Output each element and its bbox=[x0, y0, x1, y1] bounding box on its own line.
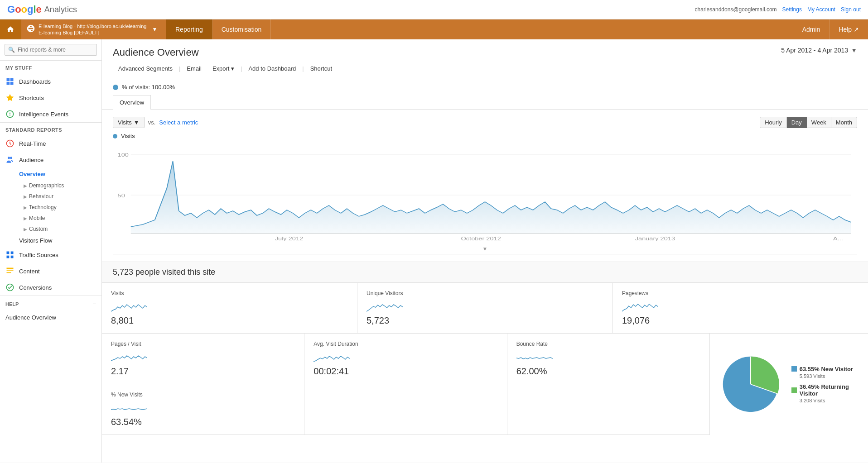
search-input[interactable] bbox=[5, 44, 97, 56]
sidebar-item-shortcuts[interactable]: Shortcuts bbox=[0, 90, 101, 106]
sidebar-sub-item-demographics[interactable]: ▶ Demographics bbox=[0, 180, 101, 191]
property-dropdown-arrow[interactable]: ▼ bbox=[152, 26, 157, 33]
stat-visits-label: Visits bbox=[111, 290, 348, 296]
week-button[interactable]: Week bbox=[807, 117, 831, 128]
content-icon bbox=[5, 267, 14, 276]
svg-point-10 bbox=[8, 157, 10, 159]
svg-rect-13 bbox=[7, 256, 10, 258]
svg-rect-4 bbox=[10, 82, 14, 85]
stat-placeholder1 bbox=[304, 384, 507, 435]
sidebar-item-conversions[interactable]: Conversions bbox=[0, 279, 101, 296]
advanced-segments-button[interactable]: Advanced Segments bbox=[113, 63, 178, 74]
svg-rect-3 bbox=[7, 82, 10, 85]
settings-link[interactable]: Settings bbox=[782, 6, 802, 13]
svg-rect-15 bbox=[11, 256, 14, 258]
shortcut-button[interactable]: Shortcut bbox=[305, 63, 338, 74]
help-tab[interactable]: Help ↗ bbox=[829, 19, 868, 39]
overview-tab[interactable]: Overview bbox=[113, 95, 151, 110]
sidebar-item-content[interactable]: Content bbox=[0, 263, 101, 279]
property-url: E-learning Blog - http://blog.lboro.ac.u… bbox=[39, 23, 146, 29]
new-visitor-dot bbox=[791, 366, 797, 372]
conversions-icon bbox=[5, 283, 14, 292]
sidebar-sub-item-mobile[interactable]: ▶ Mobile bbox=[0, 213, 101, 224]
sidebar-sub-item-overview[interactable]: Overview bbox=[0, 168, 101, 180]
avg-sparkline bbox=[313, 351, 350, 364]
export-button[interactable]: Export ▾ bbox=[207, 63, 240, 74]
chart-container: 100 50 July 2012 October 2012 January 20… bbox=[113, 143, 857, 254]
add-to-dashboard-button[interactable]: Add to Dashboard bbox=[243, 63, 301, 74]
property-text: E-learning Blog - http://blog.lboro.ac.u… bbox=[39, 23, 146, 36]
pie-chart bbox=[719, 348, 782, 420]
sidebar-item-realtime[interactable]: Real-Time bbox=[0, 135, 101, 152]
top-bar: Google Analytics charlesanddons@googlema… bbox=[0, 0, 868, 19]
help-collapse-btn[interactable]: − bbox=[92, 301, 96, 307]
sidebar: 🔍 MY STUFF Dashboards Shortcuts bbox=[0, 39, 102, 463]
sign-out-link[interactable]: Sign out bbox=[841, 6, 861, 13]
triangle-icon: ▶ bbox=[24, 194, 27, 199]
returning-visitor-visits: 3,208 Visits bbox=[800, 398, 859, 403]
date-range-arrow: ▼ bbox=[851, 47, 857, 54]
chart-area: Visits ▼ vs. Select a metric Hourly Day … bbox=[102, 110, 868, 262]
stats-col-left: Pages / Visit 2.17 Avg. Visit Duration bbox=[102, 334, 709, 435]
sidebar-item-traffic-sources[interactable]: Traffic Sources bbox=[0, 247, 101, 263]
nav-right-tabs: Admin Help ↗ bbox=[793, 19, 868, 39]
admin-tab[interactable]: Admin bbox=[793, 19, 829, 39]
month-button[interactable]: Month bbox=[831, 117, 857, 128]
traffic-icon bbox=[5, 250, 14, 259]
svg-text:October 2012: October 2012 bbox=[461, 236, 501, 242]
bounce-sparkline bbox=[516, 351, 553, 364]
svg-point-11 bbox=[10, 157, 12, 159]
home-button[interactable] bbox=[0, 19, 21, 39]
stat-avg-label: Avg. Visit Duration bbox=[313, 341, 497, 347]
day-button[interactable]: Day bbox=[787, 117, 807, 128]
svg-text:January 2013: January 2013 bbox=[635, 236, 675, 242]
sidebar-sub-item-technology[interactable]: ▶ Technology bbox=[0, 202, 101, 213]
stat-visits: Visits 8,801 bbox=[102, 283, 357, 334]
intelligence-icon bbox=[5, 110, 14, 119]
visits-dropdown-button[interactable]: Visits ▼ bbox=[113, 117, 145, 128]
triangle-icon: ▶ bbox=[24, 183, 27, 188]
pie-legend: 63.55% New Visitor 5,593 Visits 36.45% R… bbox=[791, 366, 859, 403]
stats-row-2: Pages / Visit 2.17 Avg. Visit Duration bbox=[102, 334, 868, 435]
svg-rect-17 bbox=[7, 270, 14, 271]
property-selector[interactable]: E-learning Blog - http://blog.lboro.ac.u… bbox=[21, 19, 166, 39]
sidebar-sub-item-behaviour[interactable]: ▶ Behaviour bbox=[0, 191, 101, 202]
email-button[interactable]: Email bbox=[181, 63, 207, 74]
nav-bar: E-learning Blog - http://blog.lboro.ac.u… bbox=[0, 19, 868, 39]
stat-pageviews-chart bbox=[622, 300, 859, 314]
stat-bounce-value: 62.00% bbox=[516, 366, 700, 377]
sidebar-sub-item-visitors-flow[interactable]: Visitors Flow bbox=[0, 234, 101, 247]
segment-text: % of visits: 100.00% bbox=[122, 84, 175, 91]
svg-marker-5 bbox=[6, 94, 14, 101]
pie-legend-new-visitor: 63.55% New Visitor 5,593 Visits bbox=[791, 366, 859, 379]
svg-rect-2 bbox=[10, 78, 14, 81]
customisation-tab[interactable]: Customisation bbox=[212, 19, 271, 39]
sidebar-sub-item-custom[interactable]: ▶ Custom bbox=[0, 224, 101, 234]
search-box: 🔍 bbox=[0, 39, 101, 61]
stats-grid-row2: Pages / Visit 2.17 Avg. Visit Duration bbox=[102, 334, 709, 384]
stat-pageviews: Pageviews 19,076 bbox=[613, 283, 868, 334]
sidebar-item-intelligence[interactable]: Intelligence Events bbox=[0, 106, 101, 122]
my-account-link[interactable]: My Account bbox=[807, 6, 835, 13]
chart-scroll-arrow[interactable]: ▼ bbox=[113, 244, 857, 254]
sidebar-item-dashboards[interactable]: Dashboards bbox=[0, 73, 101, 90]
sidebar-item-audience[interactable]: Audience bbox=[0, 152, 101, 168]
stat-new-visits: % New Visits 63.54% bbox=[102, 384, 304, 435]
stat-newvisits-value: 63.54% bbox=[111, 417, 295, 427]
realtime-icon bbox=[5, 139, 14, 148]
stat-bounce-rate: Bounce Rate 62.00% bbox=[507, 334, 709, 384]
help-item-audience-overview[interactable]: Audience Overview bbox=[0, 312, 101, 323]
svg-text:50: 50 bbox=[118, 193, 125, 199]
hourly-button[interactable]: Hourly bbox=[760, 117, 787, 128]
user-email: charlesanddons@googlemail.com bbox=[695, 6, 777, 13]
date-range-selector[interactable]: 5 Apr 2012 - 4 Apr 2013 ▼ bbox=[781, 47, 857, 54]
page-header: Audience Overview 5 Apr 2012 - 4 Apr 201… bbox=[102, 39, 868, 58]
reporting-tab[interactable]: Reporting bbox=[166, 19, 212, 39]
stat-placeholder2 bbox=[507, 384, 709, 435]
property-icon bbox=[27, 24, 35, 34]
date-range-text: 5 Apr 2012 - 4 Apr 2013 bbox=[781, 47, 848, 54]
nav-tabs: Reporting Customisation bbox=[166, 19, 271, 39]
property-name: E-learning Blog [DEFAULT] bbox=[39, 29, 146, 36]
select-metric-link[interactable]: Select a metric bbox=[159, 119, 198, 126]
globe-icon bbox=[27, 24, 35, 33]
